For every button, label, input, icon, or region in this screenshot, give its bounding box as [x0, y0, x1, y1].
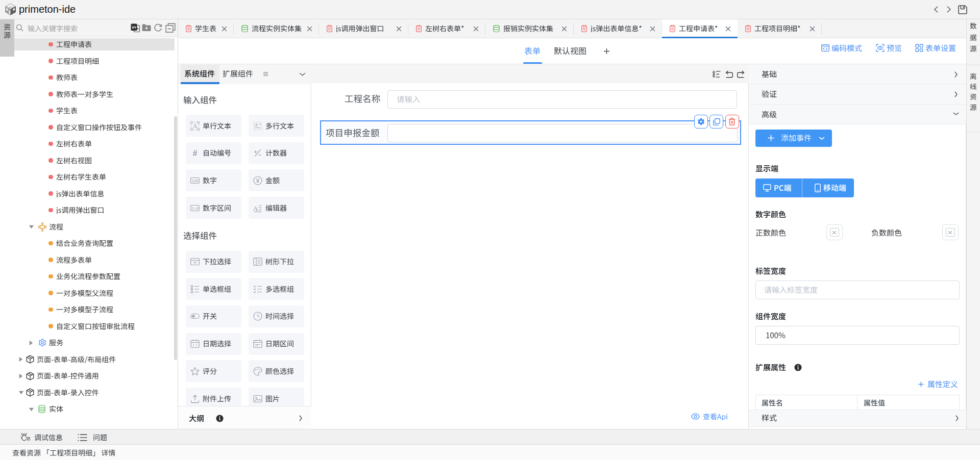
svg-text:A: A: [254, 122, 258, 127]
svg-text:123: 123: [192, 178, 199, 183]
svg-text:A: A: [193, 122, 198, 130]
svg-text:1~3: 1~3: [192, 207, 198, 210]
svg-text:A: A: [253, 204, 258, 212]
svg-text:#: #: [193, 149, 198, 158]
